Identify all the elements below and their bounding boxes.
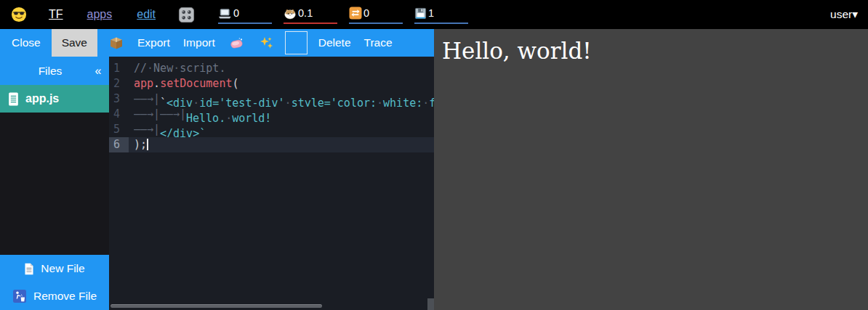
litter-bin-icon [12, 289, 27, 303]
code-line[interactable]: 1//·New·script. [109, 61, 434, 76]
code-line[interactable]: 5——→|</div>` [109, 122, 434, 137]
editor-toolbar: Close Save Export Import [0, 29, 434, 57]
code-token: script. [180, 62, 225, 75]
top-bar: TF apps edit 0 0.1 [0, 0, 868, 29]
export-button[interactable]: Export [135, 29, 172, 57]
remove-file-button[interactable]: Remove File [0, 282, 109, 310]
stat-value-hamster: 0.1 [298, 7, 313, 19]
delete-button[interactable]: Delete [316, 29, 353, 57]
code-token: · [285, 97, 292, 107]
code-token: f [429, 97, 434, 107]
code-token: style='color: [292, 97, 377, 107]
code-line[interactable]: 6); [109, 137, 434, 152]
soap-icon [229, 37, 244, 49]
file-doc-icon [8, 92, 19, 106]
code-token: ——→| [134, 122, 160, 137]
stat-value-floppy: 1 [428, 7, 434, 19]
empty-toolbar-button[interactable] [285, 31, 308, 54]
files-header: Files « [0, 57, 109, 85]
code-token: id='test-div' [199, 97, 284, 107]
code-token: ——→| [134, 107, 160, 122]
code-token: app [134, 77, 153, 90]
repeat-icon [349, 7, 362, 20]
nav-link-edit[interactable]: edit [137, 8, 156, 21]
code-text: ——→|——→|Hello,·world! [129, 107, 434, 122]
laptop-icon [218, 7, 232, 20]
stat-field-laptop[interactable]: 0 [218, 5, 272, 24]
code-token: · [147, 62, 153, 75]
sunglasses-emoji-icon [11, 7, 27, 23]
line-number: 6 [109, 137, 129, 152]
code-line[interactable]: 3——→|`<div·id='test-div'·style='color:·w… [109, 91, 434, 107]
new-file-icon [24, 263, 34, 275]
line-number: 4 [109, 107, 129, 122]
code-lines: 1//·New·script.2app.setDocument(3——→|`<d… [109, 57, 434, 152]
stat-value-repeat: 0 [363, 7, 369, 19]
code-editor[interactable]: 1//·New·script.2app.setDocument(3——→|`<d… [109, 57, 434, 310]
save-button[interactable]: Save [52, 29, 97, 57]
code-token: · [193, 97, 199, 107]
main-area: Close Save Export Import [0, 29, 868, 310]
code-token: ( [232, 77, 238, 90]
new-file-label: New File [41, 262, 84, 275]
file-name: app.js [25, 92, 59, 105]
code-token: · [377, 97, 383, 107]
code-line[interactable]: 4——→|——→|Hello,·world! [109, 107, 434, 122]
code-line[interactable]: 2app.setDocument( [109, 76, 434, 91]
floppy-icon [414, 7, 427, 20]
line-number: 5 [109, 122, 129, 137]
package-icon-button[interactable] [106, 29, 126, 57]
code-token: New [153, 62, 173, 75]
sidebar-empty-space [0, 113, 109, 255]
code-token: ——→| [134, 91, 160, 107]
code-text: ——→|`<div·id='test-div'·style='color:·wh… [129, 91, 434, 107]
close-button[interactable]: Close [9, 29, 43, 57]
line-number: 2 [109, 76, 129, 91]
stat-field-repeat[interactable]: 0 [349, 5, 403, 24]
workbody: Files « app.js N [0, 57, 434, 310]
horizontal-scrollbar[interactable] [110, 304, 322, 308]
nav-link-tf[interactable]: TF [49, 8, 63, 21]
stat-field-floppy[interactable]: 1 [414, 5, 468, 24]
line-number: 3 [109, 91, 129, 107]
scrollbar-corner [427, 298, 434, 310]
stat-value-laptop: 0 [233, 7, 239, 19]
code-token: · [225, 112, 232, 122]
import-button[interactable]: Import [181, 29, 217, 57]
trace-button[interactable]: Trace [362, 29, 395, 57]
code-token: · [422, 97, 429, 107]
line-number: 1 [109, 61, 129, 76]
code-text: app.setDocument( [129, 76, 434, 91]
code-token: ——→| [160, 107, 186, 122]
code-text: ——→|</div>` [129, 122, 434, 137]
package-icon [109, 36, 124, 50]
code-token: ); [134, 138, 147, 151]
code-token: Hello, [186, 112, 225, 122]
files-sidebar: Files « app.js N [0, 57, 109, 310]
dice-icon[interactable] [178, 7, 195, 23]
remove-file-label: Remove File [33, 290, 97, 303]
code-text: ); [129, 137, 434, 152]
code-token: · [173, 62, 180, 75]
code-token: world! [232, 112, 271, 122]
sparkles-icon [259, 36, 273, 50]
collapse-sidebar-button[interactable]: « [87, 65, 109, 78]
code-token: // [134, 62, 147, 75]
code-token: . [153, 77, 160, 90]
code-token: white; [383, 97, 422, 107]
new-file-button[interactable]: New File [0, 255, 109, 282]
soap-icon-button[interactable] [226, 29, 247, 57]
preview-hello-text: Hello, world! [434, 29, 868, 73]
file-item-appjs[interactable]: app.js [0, 85, 109, 113]
hamster-icon [284, 7, 297, 20]
sparkles-icon-button[interactable] [256, 29, 276, 57]
nav-link-apps[interactable]: apps [87, 8, 113, 21]
code-token: </div>` [160, 127, 206, 137]
user-menu[interactable]: user▾ [830, 8, 858, 21]
code-text: //·New·script. [129, 61, 434, 76]
stat-field-hamster[interactable]: 0.1 [284, 5, 337, 24]
ide-column: Close Save Export Import [0, 29, 434, 310]
text-cursor [147, 139, 148, 150]
code-token: setDocument [160, 77, 232, 90]
preview-panel: Hello, world! [434, 29, 868, 310]
